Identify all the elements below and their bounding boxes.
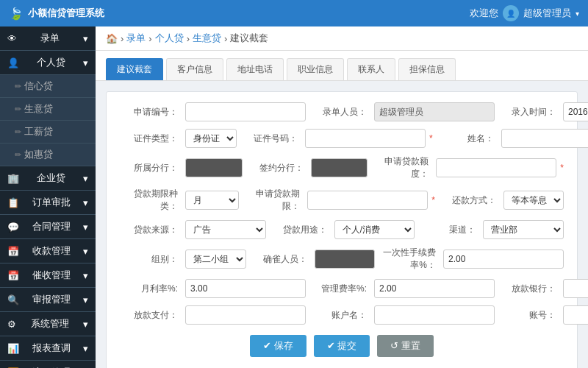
- input-shenqingdaikuanqixian[interactable]: [307, 191, 428, 210]
- company-icon: 🏢: [7, 173, 19, 184]
- tab-kehuxinxi[interactable]: 客户信息: [166, 58, 223, 80]
- select-qudao[interactable]: 营业部: [483, 220, 564, 239]
- form-area: 申请编号： 录单人员： 录入时间： 证件类型：: [96, 81, 588, 368]
- breadcrumb-sep-3: ›: [224, 33, 227, 44]
- sidebar-section-header-qiyedai[interactable]: 🏢 企业贷 ▾: [0, 166, 96, 191]
- breadcrumb-gerenpin[interactable]: 个人贷: [155, 32, 184, 45]
- top-header: 🍃 小额信贷管理系统 欢迎您 👤 超级管理员 ▾: [0, 0, 588, 26]
- form-row-6: 组别： 第二小组 确雀人员： 一次性手续费率%：: [120, 247, 564, 272]
- user-info[interactable]: 欢迎您 👤 超级管理员 ▾: [470, 5, 579, 21]
- tab-danbaoxinxi[interactable]: 担保信息: [398, 58, 456, 80]
- input-yicixingshouxufei[interactable]: [443, 250, 564, 269]
- save-button[interactable]: ✔ 保存: [250, 335, 306, 357]
- form-row-2: 证件类型： 身份证 证件号码： * 姓名： *: [120, 129, 564, 148]
- order-icon: 📋: [7, 197, 19, 208]
- leaf-icon: 🍃: [9, 7, 24, 21]
- sidebar-item-shengydai[interactable]: ✏ 生意贷: [0, 98, 96, 121]
- form-row-4: 贷款期限种类： 月 申请贷款期限： * 还款方式： 等本等息: [120, 188, 564, 213]
- form-group-yuelilv: 月利率%:: [120, 279, 306, 298]
- breadcrumb-sep-0: ›: [121, 33, 123, 44]
- form-group-rurushijian: 录入时间：: [498, 102, 588, 121]
- sidebar-item-gongzdai[interactable]: ✏ 工薪贷: [0, 121, 96, 144]
- sidebar-section-ludan: 👁 录单 ▾: [0, 26, 96, 51]
- input-rurushijian[interactable]: [563, 102, 588, 121]
- form-row-7: 月利率%: 管理费率%: 放款银行：: [120, 279, 564, 298]
- input-fankunzhifu[interactable]: [185, 305, 306, 325]
- label-zhijianleixing: 证件类型：: [120, 132, 182, 145]
- input-shenqingdaikuanjine[interactable]: [436, 158, 556, 177]
- sidebar-section-header-shoukuan[interactable]: 📅 收款管理 ▾: [0, 239, 96, 263]
- form-group-suoshufenhang: 所属分行：: [120, 158, 243, 177]
- sidebar-section-header-shenbao[interactable]: 🔍 审报管理 ▾: [0, 288, 96, 312]
- input-zhanghuhao[interactable]: [374, 305, 495, 325]
- label-suoshufenhang: 所属分行：: [120, 162, 182, 174]
- submit-button[interactable]: ✔ 提交: [314, 335, 370, 357]
- select-daikuanqixianzhonglei[interactable]: 月: [185, 191, 239, 210]
- sidebar-section-liucheng: 🔀 流程管理 ▾: [0, 361, 96, 368]
- label-qianyuefenhang: 签约分行：: [245, 162, 308, 174]
- select-qianyuefenhang[interactable]: [311, 158, 368, 177]
- input-shenqingbianhao[interactable]: [185, 102, 306, 121]
- select-zubie[interactable]: 第二小组: [185, 250, 246, 269]
- label-fankunhang: 放款银行：: [498, 283, 560, 295]
- sidebar-section-baobiao: 📊 报表查调 ▾: [0, 336, 96, 361]
- sidebar-section-qiyedai: 🏢 企业贷 ▾: [0, 166, 96, 191]
- sidebar-section-header-liucheng[interactable]: 🔀 流程管理 ▾: [0, 361, 96, 368]
- sidebar-section-header-hetong[interactable]: 💬 合同管理 ▾: [0, 215, 96, 239]
- label-daikuanyongtu: 贷款用途：: [269, 224, 331, 236]
- select-daikuanyongtu[interactable]: 个人/消费: [334, 220, 415, 239]
- form-group-querendanrenyuan: 确雀人员：: [249, 250, 376, 269]
- star-zhijianhaoma: *: [429, 133, 433, 144]
- select-suoshufenhang[interactable]: [185, 158, 243, 177]
- input-zhanghao[interactable]: [563, 305, 588, 325]
- sidebar-section-header-ludan[interactable]: 👁 录单 ▾: [0, 26, 96, 51]
- user-dropdown-icon[interactable]: ▾: [576, 10, 579, 18]
- sidebar-gongzdai-label: 工薪贷: [24, 125, 53, 138]
- tab-zhiyexinxi[interactable]: 职业信息: [287, 58, 344, 80]
- sidebar-section-header-xitong[interactable]: ⚙ 系统管理 ▾: [0, 312, 96, 336]
- input-guanlifeilvv[interactable]: [374, 279, 495, 298]
- select-daikuanlaiyuan[interactable]: 广告: [185, 220, 266, 239]
- label-yuelilv: 月利率%:: [120, 283, 182, 295]
- tab-jianyijietao[interactable]: 建议截套: [106, 58, 163, 80]
- sidebar-shenbao-label: 审报管理: [32, 293, 71, 306]
- label-fankunzhifu: 放款支付：: [120, 309, 182, 322]
- form-group-daikuanyongtu: 贷款用途： 个人/消费: [269, 220, 415, 239]
- input-zhijianhaoma[interactable]: [305, 129, 426, 148]
- sidebar-section-header-baobiao[interactable]: 📊 报表查调 ▾: [0, 336, 96, 361]
- sidebar-shoukuan-label: 收款管理: [32, 244, 71, 258]
- sidebar-item-xinxindai[interactable]: ✏ 信心贷: [0, 75, 96, 98]
- sidebar-item-ruhedai[interactable]: ✏ 如惠贷: [0, 144, 96, 166]
- sidebar: 👁 录单 ▾ 👤 个人贷 ▾ ✏ 信心贷 ✏ 生意贷 ✏ 工薪贷: [0, 26, 96, 368]
- gear-icon: ⚙: [7, 319, 16, 330]
- sidebar-xitong-label: 系统管理: [31, 317, 69, 330]
- sidebar-section-header-dingdanshenhe[interactable]: 📋 订单审批 ▾: [0, 191, 96, 215]
- edit-icon-ruhe: ✏: [15, 150, 21, 160]
- select-zhijianleixing[interactable]: 身份证: [185, 129, 237, 148]
- input-yuelilv[interactable]: [185, 279, 306, 298]
- select-querendanrenyuan[interactable]: [315, 250, 376, 269]
- label-shenqingbianhao: 申请编号：: [120, 106, 182, 118]
- sidebar-section-header-gerenpin[interactable]: 👤 个人贷 ▾: [0, 51, 96, 75]
- reset-button[interactable]: ↺ 重置: [377, 335, 434, 357]
- form-row-8: 放款支付： 账户名： 账号：: [120, 305, 564, 325]
- app-title: 小额信贷管理系统: [28, 7, 104, 20]
- form-group-shenqingdaikuanqixian: 申请贷款期限： *: [242, 188, 435, 213]
- select-huankuanfangshi[interactable]: 等本等息: [503, 191, 564, 210]
- input-ludanrenyuan[interactable]: [374, 102, 495, 121]
- input-xingming[interactable]: [501, 129, 588, 148]
- form-card: 申请编号： 录单人员： 录入时间： 证件类型：: [106, 91, 578, 368]
- sidebar-section-gerenpin: 👤 个人贷 ▾ ✏ 信心贷 ✏ 生意贷 ✏ 工薪贷 ✏ 如惠贷: [0, 51, 96, 166]
- breadcrumb-ludan[interactable]: 录单: [126, 32, 146, 45]
- form-group-qianyuefenhang: 签约分行：: [245, 158, 368, 177]
- home-icon: 🏠: [106, 33, 118, 44]
- label-zhanghuhao: 账户名：: [309, 309, 371, 322]
- form-group-guanlifeilvv: 管理费率%:: [309, 279, 495, 298]
- tab-lianxiren[interactable]: 联系人: [347, 58, 395, 80]
- breadcrumb-shengyidai[interactable]: 生意贷: [193, 32, 221, 45]
- form-row-1: 申请编号： 录单人员： 录入时间：: [120, 102, 564, 121]
- label-daikuanlaiyuan: 贷款来源：: [120, 224, 182, 236]
- sidebar-section-header-cuishou[interactable]: 📅 催收管理 ▾: [0, 263, 96, 288]
- input-fankunhang[interactable]: [563, 279, 588, 298]
- tab-dizhidianhua[interactable]: 地址电话: [226, 58, 284, 80]
